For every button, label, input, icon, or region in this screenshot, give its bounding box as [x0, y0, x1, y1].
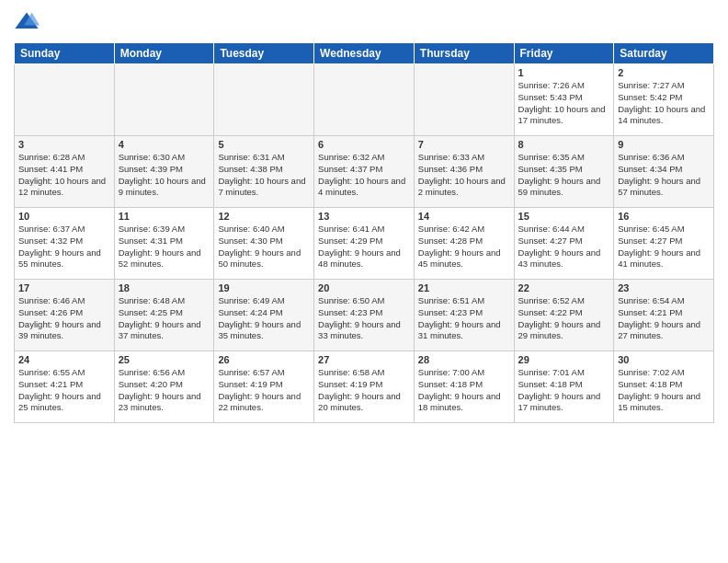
day-cell-empty [314, 64, 415, 136]
day-info-22: Sunrise: 6:52 AM Sunset: 4:22 PM Dayligh… [518, 295, 610, 342]
weekday-header-friday: Friday [514, 43, 614, 64]
day-cell-5: 5Sunrise: 6:31 AM Sunset: 4:38 PM Daylig… [214, 136, 314, 208]
day-cell-empty [214, 64, 314, 136]
day-info-16: Sunrise: 6:45 AM Sunset: 4:27 PM Dayligh… [618, 224, 710, 270]
day-cell-empty [114, 64, 214, 136]
day-cell-empty [414, 64, 514, 136]
day-cell-6: 6Sunrise: 6:32 AM Sunset: 4:37 PM Daylig… [314, 136, 415, 208]
weekday-header-row: SundayMondayTuesdayWednesdayThursdayFrid… [15, 43, 714, 64]
calendar-header: SundayMondayTuesdayWednesdayThursdayFrid… [15, 43, 714, 64]
day-info-9: Sunrise: 6:36 AM Sunset: 4:34 PM Dayligh… [618, 152, 710, 199]
weekday-header-tuesday: Tuesday [214, 43, 314, 64]
day-number-8: 8 [518, 139, 610, 150]
day-info-1: Sunrise: 7:26 AM Sunset: 5:43 PM Dayligh… [518, 80, 610, 127]
day-info-25: Sunrise: 6:56 AM Sunset: 4:20 PM Dayligh… [119, 367, 210, 414]
day-info-19: Sunrise: 6:49 AM Sunset: 4:24 PM Dayligh… [218, 295, 310, 342]
day-cell-8: 8Sunrise: 6:35 AM Sunset: 4:35 PM Daylig… [514, 136, 614, 208]
weekday-header-wednesday: Wednesday [314, 43, 415, 64]
day-info-26: Sunrise: 6:57 AM Sunset: 4:19 PM Dayligh… [218, 367, 310, 414]
day-number-29: 29 [518, 354, 610, 365]
day-cell-16: 16Sunrise: 6:45 AM Sunset: 4:27 PM Dayli… [614, 208, 714, 280]
week-row-1: 1Sunrise: 7:26 AM Sunset: 5:43 PM Daylig… [15, 64, 714, 136]
calendar-table: SundayMondayTuesdayWednesdayThursdayFrid… [14, 42, 714, 423]
day-cell-4: 4Sunrise: 6:30 AM Sunset: 4:39 PM Daylig… [114, 136, 214, 208]
logo-icon [14, 9, 40, 35]
day-cell-10: 10Sunrise: 6:37 AM Sunset: 4:32 PM Dayli… [15, 208, 115, 280]
day-info-27: Sunrise: 6:58 AM Sunset: 4:19 PM Dayligh… [318, 367, 410, 414]
day-number-19: 19 [218, 282, 310, 293]
day-info-29: Sunrise: 7:01 AM Sunset: 4:18 PM Dayligh… [518, 367, 610, 414]
day-number-3: 3 [18, 139, 110, 150]
day-info-21: Sunrise: 6:51 AM Sunset: 4:23 PM Dayligh… [418, 295, 510, 342]
day-cell-11: 11Sunrise: 6:39 AM Sunset: 4:31 PM Dayli… [114, 208, 214, 280]
day-info-11: Sunrise: 6:39 AM Sunset: 4:31 PM Dayligh… [119, 224, 210, 270]
day-number-25: 25 [119, 354, 210, 365]
day-cell-12: 12Sunrise: 6:40 AM Sunset: 4:30 PM Dayli… [214, 208, 314, 280]
week-row-4: 17Sunrise: 6:46 AM Sunset: 4:26 PM Dayli… [15, 280, 714, 351]
day-info-2: Sunrise: 7:27 AM Sunset: 5:42 PM Dayligh… [618, 80, 710, 127]
day-cell-24: 24Sunrise: 6:55 AM Sunset: 4:21 PM Dayli… [15, 351, 115, 423]
day-info-20: Sunrise: 6:50 AM Sunset: 4:23 PM Dayligh… [318, 295, 410, 342]
day-number-20: 20 [318, 282, 410, 293]
day-cell-9: 9Sunrise: 6:36 AM Sunset: 4:34 PM Daylig… [614, 136, 714, 208]
day-cell-14: 14Sunrise: 6:42 AM Sunset: 4:28 PM Dayli… [414, 208, 514, 280]
day-cell-13: 13Sunrise: 6:41 AM Sunset: 4:29 PM Dayli… [314, 208, 415, 280]
day-number-28: 28 [418, 354, 510, 365]
day-number-23: 23 [618, 282, 710, 293]
day-number-17: 17 [18, 282, 110, 293]
day-number-18: 18 [119, 282, 210, 293]
weekday-header-saturday: Saturday [614, 43, 714, 64]
day-info-7: Sunrise: 6:33 AM Sunset: 4:36 PM Dayligh… [418, 152, 510, 199]
day-number-5: 5 [218, 139, 310, 150]
day-number-22: 22 [518, 282, 610, 293]
day-info-23: Sunrise: 6:54 AM Sunset: 4:21 PM Dayligh… [618, 295, 710, 342]
day-number-21: 21 [418, 282, 510, 293]
day-info-10: Sunrise: 6:37 AM Sunset: 4:32 PM Dayligh… [18, 224, 110, 270]
weekday-header-monday: Monday [114, 43, 214, 64]
day-number-13: 13 [318, 211, 410, 222]
week-row-5: 24Sunrise: 6:55 AM Sunset: 4:21 PM Dayli… [15, 351, 714, 423]
day-info-30: Sunrise: 7:02 AM Sunset: 4:18 PM Dayligh… [618, 367, 710, 414]
day-info-3: Sunrise: 6:28 AM Sunset: 4:41 PM Dayligh… [18, 152, 110, 199]
day-info-13: Sunrise: 6:41 AM Sunset: 4:29 PM Dayligh… [318, 224, 410, 270]
day-info-14: Sunrise: 6:42 AM Sunset: 4:28 PM Dayligh… [418, 224, 510, 270]
day-number-11: 11 [119, 211, 210, 222]
day-number-30: 30 [618, 354, 710, 365]
day-info-17: Sunrise: 6:46 AM Sunset: 4:26 PM Dayligh… [18, 295, 110, 342]
day-info-12: Sunrise: 6:40 AM Sunset: 4:30 PM Dayligh… [218, 224, 310, 270]
day-cell-17: 17Sunrise: 6:46 AM Sunset: 4:26 PM Dayli… [15, 280, 115, 351]
day-number-9: 9 [618, 139, 710, 150]
day-number-4: 4 [119, 139, 210, 150]
day-cell-2: 2Sunrise: 7:27 AM Sunset: 5:42 PM Daylig… [614, 64, 714, 136]
day-cell-27: 27Sunrise: 6:58 AM Sunset: 4:19 PM Dayli… [314, 351, 415, 423]
week-row-3: 10Sunrise: 6:37 AM Sunset: 4:32 PM Dayli… [15, 208, 714, 280]
day-number-7: 7 [418, 139, 510, 150]
weekday-header-sunday: Sunday [15, 43, 115, 64]
day-number-6: 6 [318, 139, 410, 150]
day-cell-3: 3Sunrise: 6:28 AM Sunset: 4:41 PM Daylig… [15, 136, 115, 208]
day-number-14: 14 [418, 211, 510, 222]
day-info-8: Sunrise: 6:35 AM Sunset: 4:35 PM Dayligh… [518, 152, 610, 199]
day-cell-20: 20Sunrise: 6:50 AM Sunset: 4:23 PM Dayli… [314, 280, 415, 351]
day-number-16: 16 [618, 211, 710, 222]
day-info-5: Sunrise: 6:31 AM Sunset: 4:38 PM Dayligh… [218, 152, 310, 199]
day-number-27: 27 [318, 354, 410, 365]
day-cell-21: 21Sunrise: 6:51 AM Sunset: 4:23 PM Dayli… [414, 280, 514, 351]
day-cell-26: 26Sunrise: 6:57 AM Sunset: 4:19 PM Dayli… [214, 351, 314, 423]
day-number-26: 26 [218, 354, 310, 365]
weekday-header-thursday: Thursday [414, 43, 514, 64]
day-info-24: Sunrise: 6:55 AM Sunset: 4:21 PM Dayligh… [18, 367, 110, 414]
day-info-15: Sunrise: 6:44 AM Sunset: 4:27 PM Dayligh… [518, 224, 610, 270]
day-cell-30: 30Sunrise: 7:02 AM Sunset: 4:18 PM Dayli… [614, 351, 714, 423]
day-cell-1: 1Sunrise: 7:26 AM Sunset: 5:43 PM Daylig… [514, 64, 614, 136]
day-cell-19: 19Sunrise: 6:49 AM Sunset: 4:24 PM Dayli… [214, 280, 314, 351]
day-info-28: Sunrise: 7:00 AM Sunset: 4:18 PM Dayligh… [418, 367, 510, 414]
page: SundayMondayTuesdayWednesdayThursdayFrid… [0, 0, 728, 563]
day-cell-22: 22Sunrise: 6:52 AM Sunset: 4:22 PM Dayli… [514, 280, 614, 351]
day-number-15: 15 [518, 211, 610, 222]
day-info-6: Sunrise: 6:32 AM Sunset: 4:37 PM Dayligh… [318, 152, 410, 199]
day-cell-15: 15Sunrise: 6:44 AM Sunset: 4:27 PM Dayli… [514, 208, 614, 280]
day-info-4: Sunrise: 6:30 AM Sunset: 4:39 PM Dayligh… [119, 152, 210, 199]
day-number-10: 10 [18, 211, 110, 222]
day-number-12: 12 [218, 211, 310, 222]
